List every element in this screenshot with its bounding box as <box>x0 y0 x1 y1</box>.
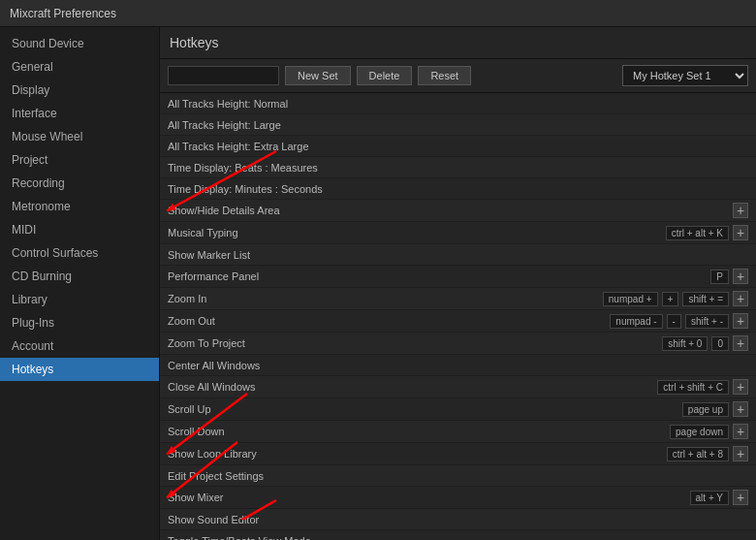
key-badge: 0 <box>711 336 729 351</box>
add-hotkey-button[interactable]: + <box>733 424 748 439</box>
key-badge: - <box>667 314 681 329</box>
content-wrapper: All Tracks Height: NormalAll Tracks Heig… <box>160 93 756 540</box>
hotkey-row: Musical Typingctrl + alt + K+ <box>160 222 756 244</box>
hotkey-row: All Tracks Height: Normal <box>160 93 756 114</box>
delete-button[interactable]: Delete <box>357 66 413 85</box>
hotkey-keys: ctrl + alt + K <box>666 226 729 240</box>
key-badge: alt + Y <box>690 491 729 505</box>
key-badge: ctrl + alt + 8 <box>667 447 729 461</box>
key-badge: page down <box>670 425 729 439</box>
add-hotkey-button[interactable]: + <box>733 203 748 218</box>
sidebar-item-sound-device[interactable]: Sound Device <box>0 32 159 55</box>
key-badge: ctrl + alt + K <box>666 226 729 240</box>
hotkey-name: All Tracks Height: Normal <box>168 98 748 110</box>
hotkey-row: All Tracks Height: Extra Large <box>160 136 756 157</box>
content-header: Hotkeys <box>160 27 756 59</box>
content-title: Hotkeys <box>170 35 746 50</box>
hotkey-keys: alt + Y <box>690 491 729 505</box>
sidebar-item-project[interactable]: Project <box>0 148 159 172</box>
hotkey-row: Zoom Innumpad ++shift + =+ <box>160 288 756 310</box>
add-hotkey-button[interactable]: + <box>733 291 748 306</box>
key-badge: page up <box>682 402 729 417</box>
sidebar-item-cd-burning[interactable]: CD Burning <box>0 265 159 288</box>
hotkey-row: Performance PanelP+ <box>160 266 756 288</box>
sidebar-item-recording[interactable]: Recording <box>0 172 159 195</box>
add-hotkey-button[interactable]: + <box>733 379 748 395</box>
key-badge: shift + = <box>682 292 729 306</box>
new-set-button[interactable]: New Set <box>285 66 351 85</box>
sidebar-item-metronome[interactable]: Metronome <box>0 195 159 218</box>
sidebar-item-display[interactable]: Display <box>0 79 159 102</box>
key-badge: numpad - <box>610 314 662 329</box>
hotkey-name: Show Marker List <box>168 249 748 261</box>
add-hotkey-button[interactable]: + <box>733 490 748 505</box>
sidebar-item-midi[interactable]: MIDI <box>0 218 159 241</box>
sidebar-item-hotkeys[interactable]: Hotkeys <box>0 358 159 381</box>
hotkey-row: Close All Windowsctrl + shift + C+ <box>160 376 756 398</box>
hotkey-name: Edit Project Settings <box>168 470 748 482</box>
app-title: Mixcraft Preferences <box>10 7 116 20</box>
hotkey-row: Zoom To Projectshift + 00+ <box>160 333 756 355</box>
hotkey-name: Show Loop Library <box>168 448 667 460</box>
sidebar: Sound DeviceGeneralDisplayInterfaceMouse… <box>0 27 160 540</box>
sidebar-item-control-surfaces[interactable]: Control Surfaces <box>0 241 159 265</box>
hotkey-name: Show Sound Editor <box>168 514 748 525</box>
hotkey-row: Time Display: Minutes : Seconds <box>160 178 756 200</box>
key-badge: P <box>710 270 729 284</box>
hotkey-name: Close All Windows <box>168 381 657 393</box>
hotkey-keys: ctrl + alt + 8 <box>667 447 729 461</box>
hotkey-name: Zoom In <box>168 293 603 304</box>
hotkey-row: Show Marker List <box>160 244 756 266</box>
main-layout: Sound DeviceGeneralDisplayInterfaceMouse… <box>0 27 756 540</box>
hotkey-row: Center All Windows <box>160 355 756 376</box>
add-hotkey-button[interactable]: + <box>733 269 748 284</box>
hotkey-row: Show Mixeralt + Y+ <box>160 487 756 509</box>
hotkey-name: Time Display: Minutes : Seconds <box>168 183 748 195</box>
hotkey-row: Time Display: Beats : Measures <box>160 157 756 178</box>
hotkey-row: All Tracks Height: Large <box>160 114 756 136</box>
sidebar-item-mouse-wheel[interactable]: Mouse Wheel <box>0 125 159 148</box>
search-input[interactable] <box>168 66 279 85</box>
add-hotkey-button[interactable]: + <box>733 401 748 417</box>
hotkey-row: Show Loop Libraryctrl + alt + 8+ <box>160 443 756 465</box>
hotkey-name: Center All Windows <box>168 360 748 371</box>
add-hotkey-button[interactable]: + <box>733 446 748 461</box>
key-badge: ctrl + shift + C <box>657 380 729 395</box>
sidebar-item-interface[interactable]: Interface <box>0 102 159 125</box>
hotkey-name: Toggle Time/Beats View Mode <box>168 535 748 541</box>
hotkey-set-select[interactable]: My Hotkey Set 1 <box>622 65 748 86</box>
hotkey-name: Show/Hide Details Area <box>168 205 729 216</box>
hotkey-name: Musical Typing <box>168 227 666 238</box>
content-area: Hotkeys New Set Delete Reset My Hotkey S… <box>160 27 756 540</box>
sidebar-item-account[interactable]: Account <box>0 334 159 358</box>
title-bar: Mixcraft Preferences <box>0 0 756 27</box>
hotkey-keys: shift + 00 <box>662 336 729 351</box>
hotkey-name: Show Mixer <box>168 492 690 503</box>
add-hotkey-button[interactable]: + <box>733 335 748 351</box>
key-badge: shift + - <box>685 314 729 329</box>
add-hotkey-button[interactable]: + <box>733 313 748 329</box>
reset-button[interactable]: Reset <box>418 66 471 85</box>
hotkey-name: Scroll Up <box>168 403 682 415</box>
key-badge: shift + 0 <box>662 336 708 351</box>
hotkey-keys: page down <box>670 425 729 439</box>
sidebar-item-general[interactable]: General <box>0 55 159 79</box>
hotkey-name: Performance Panel <box>168 270 710 282</box>
hotkey-row: Show/Hide Details Area+ <box>160 200 756 222</box>
key-badge: numpad + <box>603 292 658 306</box>
hotkey-keys: page up <box>682 402 729 417</box>
hotkey-name: Time Display: Beats : Measures <box>168 162 748 174</box>
hotkey-name: All Tracks Height: Large <box>168 119 748 131</box>
hotkey-row: Edit Project Settings <box>160 465 756 487</box>
hotkey-keys: ctrl + shift + C <box>657 380 729 395</box>
hotkey-keys: P <box>710 270 729 284</box>
hotkey-row: Scroll Uppage up+ <box>160 398 756 421</box>
sidebar-item-plug-ins[interactable]: Plug-Ins <box>0 311 159 334</box>
hotkey-row: Toggle Time/Beats View Mode <box>160 530 756 540</box>
hotkey-name: Scroll Down <box>168 426 670 437</box>
hotkey-keys: numpad --shift + - <box>610 314 729 329</box>
sidebar-item-library[interactable]: Library <box>0 288 159 311</box>
key-badge: + <box>662 292 679 306</box>
hotkey-name: Zoom Out <box>168 315 610 327</box>
add-hotkey-button[interactable]: + <box>733 225 748 240</box>
